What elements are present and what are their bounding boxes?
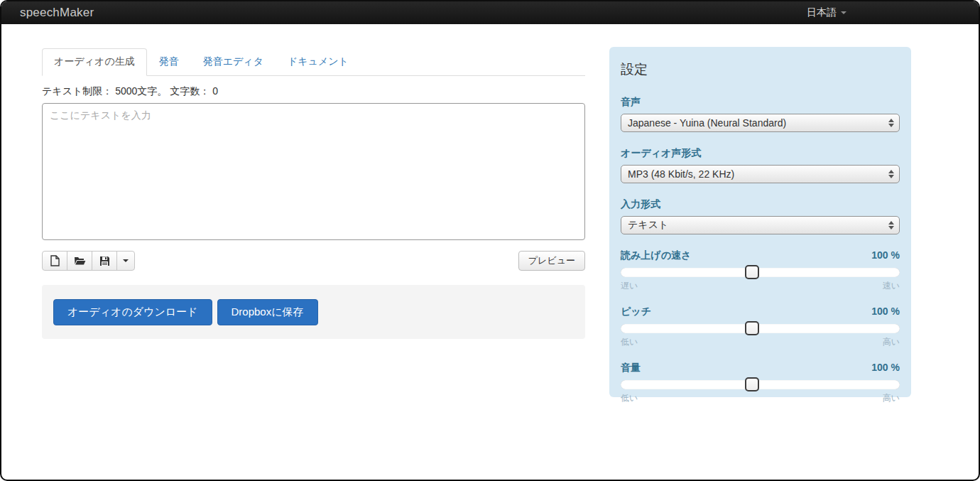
pitch-slider-value: 100 % [871, 306, 900, 317]
save-floppy-icon [99, 256, 110, 266]
pitch-min-label: 低い [621, 336, 638, 348]
audio-format-select-value: MP3 (48 Kbit/s, 22 KHz) [628, 168, 734, 180]
pitch-slider-block: ピッチ 100 % 低い 高い [621, 306, 900, 348]
select-stepper-icon [888, 119, 894, 127]
volume-slider-label: 音量 [621, 362, 641, 374]
voice-label: 音声 [621, 96, 900, 109]
volume-slider-thumb[interactable] [745, 377, 759, 391]
new-file-button[interactable] [42, 251, 67, 271]
settings-title: 設定 [621, 60, 900, 79]
save-file-button[interactable] [92, 251, 117, 271]
speed-slider-thumb[interactable] [745, 265, 759, 279]
char-limit-label: テキスト制限： 5000文字。 文字数： 0 [42, 85, 585, 98]
editor-toolbar: プレビュー [42, 251, 585, 271]
caret-down-icon [841, 11, 846, 14]
open-folder-icon [74, 256, 86, 266]
save-options-button[interactable] [116, 251, 135, 271]
download-audio-button[interactable]: オーディオのダウンロード [53, 299, 212, 325]
new-file-icon [50, 255, 60, 266]
app-logo[interactable]: speechMaker [20, 6, 94, 20]
pitch-slider-label: ピッチ [621, 306, 651, 318]
volume-min-label: 低い [621, 392, 638, 404]
pitch-slider-thumb[interactable] [745, 321, 759, 335]
preview-button[interactable]: プレビュー [518, 251, 585, 271]
select-stepper-icon [888, 221, 894, 229]
speed-min-label: 遅い [621, 280, 638, 292]
tab-audio-generation[interactable]: オーディオの生成 [42, 48, 147, 76]
tab-documentation[interactable]: ドキュメント [276, 48, 361, 76]
pitch-slider-track[interactable] [621, 324, 900, 333]
input-format-label: 入力形式 [621, 198, 900, 211]
voice-select[interactable]: Japanese - Yuina (Neural Standard) [621, 114, 900, 132]
open-file-button[interactable] [67, 251, 92, 271]
language-label: 日本語 [807, 6, 837, 19]
volume-slider-block: 音量 100 % 低い 高い [621, 362, 900, 404]
volume-max-label: 高い [883, 392, 900, 404]
speed-max-label: 速い [883, 280, 900, 292]
volume-slider-track[interactable] [621, 380, 900, 389]
text-input[interactable] [42, 103, 585, 240]
speed-slider-label: 読み上げの速さ [621, 249, 691, 262]
tab-pronunciation[interactable]: 発音 [147, 48, 191, 76]
save-to-dropbox-button[interactable]: Dropboxに保存 [217, 299, 318, 325]
select-stepper-icon [888, 170, 894, 178]
top-navbar: speechMaker 日本語 [1, 1, 979, 24]
audio-format-select[interactable]: MP3 (48 Kbit/s, 22 KHz) [621, 165, 900, 183]
tab-bar: オーディオの生成 発音 発音エディタ ドキュメント [42, 48, 585, 76]
caret-down-icon [123, 259, 129, 262]
tab-pronunciation-editor[interactable]: 発音エディタ [191, 48, 276, 76]
app-window: speechMaker 日本語 オーディオの生成 発音 発音エディタ ドキュメン… [0, 0, 980, 481]
speed-slider-value: 100 % [871, 249, 900, 261]
input-format-select[interactable]: テキスト [621, 216, 900, 234]
speed-slider-block: 読み上げの速さ 100 % 遅い 速い [621, 249, 900, 292]
language-dropdown[interactable]: 日本語 [807, 6, 846, 19]
audio-format-label: オーディオ声形式 [621, 147, 900, 160]
voice-select-value: Japanese - Yuina (Neural Standard) [628, 117, 786, 129]
pitch-max-label: 高い [883, 336, 900, 348]
file-button-group [42, 251, 135, 271]
input-format-select-value: テキスト [628, 219, 668, 232]
download-well: オーディオのダウンロード Dropboxに保存 [42, 285, 585, 339]
main-content: オーディオの生成 発音 発音エディタ ドキュメント テキスト制限： 5000文字… [42, 48, 585, 339]
volume-slider-value: 100 % [871, 362, 900, 373]
settings-panel: 設定 音声 Japanese - Yuina (Neural Standard)… [609, 47, 911, 397]
speed-slider-track[interactable] [621, 268, 900, 277]
